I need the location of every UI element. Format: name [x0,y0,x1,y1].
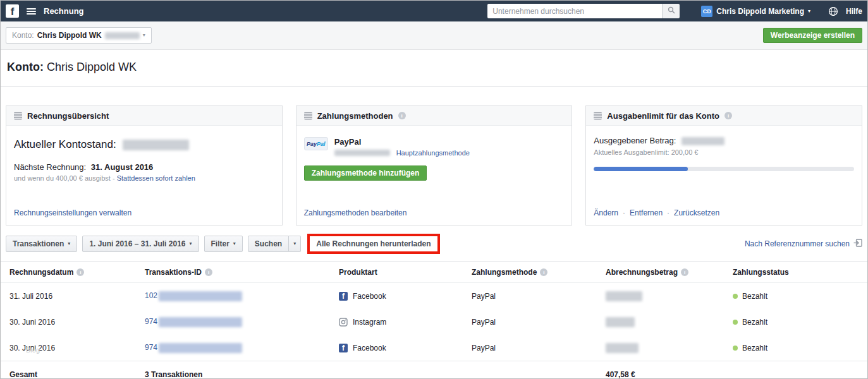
reference-number-search[interactable]: Nach Referenznummer suchen [745,239,862,249]
payment-method-row: PayPal PayPal Hauptzahlungsmethode [304,137,565,157]
table-header-row: Rechnungsdatumi Transaktions-IDi Produkt… [1,262,867,283]
column-header: Zahlungsstatus [733,268,867,277]
spend-limit-header: Ausgabenlimit für das Konto i [586,106,862,126]
payment-methods-header: Zahlungsmethoden i [296,106,572,126]
spend-limit-actions: Ändern Entfernen Zurücksetzen [594,208,719,217]
search-options-caret[interactable]: ▾ [289,236,301,252]
change-limit-link[interactable]: Ändern [594,208,618,217]
table-row: 31. Juli 2016 102 Facebook PayPal Bezahl… [1,283,867,309]
redacted-spent-amount [682,137,724,145]
info-icon[interactable]: i [205,268,212,276]
redacted-transaction-id [159,291,242,301]
hamburger-menu-icon[interactable] [27,7,36,16]
create-ad-button[interactable]: Werbeanzeige erstellen [763,28,862,43]
card-title: Zahlungsmethoden [317,111,393,121]
info-icon[interactable]: i [398,112,406,119]
account-dropdown[interactable]: Konto: Chris Dippold WK ▾ [6,27,152,44]
facebook-icon [339,292,348,301]
reference-search-label: Nach Referenznummer suchen [745,239,850,248]
instagram-icon [339,318,348,327]
paid-dot-icon [733,346,738,351]
page-title-topbar: Rechnung [44,6,84,16]
separator [667,208,669,217]
reset-limit-link[interactable]: Zurücksetzen [674,208,719,217]
help-link[interactable]: Hilfe [846,7,862,16]
current-limit: Aktuelles Ausgabenlimit: 200,00 € [594,148,854,156]
transaction-id-link[interactable]: 102 [145,291,339,301]
facebook-logo-icon[interactable] [6,4,19,18]
download-all-invoices-button[interactable]: Alle Rechnungen herunterladen [316,239,431,248]
payment-status: Bezahlt [733,344,867,352]
info-icon[interactable]: i [540,268,547,276]
search-input[interactable] [487,4,662,18]
transaction-id-link[interactable]: 974 [145,343,339,353]
payment-method: PayPal [472,344,606,352]
info-icon[interactable]: i [681,268,688,276]
payment-status: Bezahlt [733,292,867,301]
column-header: Zahlungsmethodei [472,268,606,277]
column-header: Produktart [339,268,472,277]
business-search [487,4,680,18]
annotation-highlight: Alle Rechnungen herunterladen [307,234,439,254]
payment-status: Bezahlt [733,318,867,327]
summary-cards: Rechnungsübersicht Aktueller Kontostand:… [1,105,867,226]
invoice-date: 31. Juli 2016 [9,292,145,301]
search-button[interactable] [662,4,680,18]
search-split-button: Suchen ▾ [248,236,301,252]
reference-search-icon [853,239,862,249]
chevron-down-icon: ▾ [68,241,70,246]
info-icon[interactable]: i [724,112,732,119]
table-row: 30. Juni 2016 974 Facebook PayPal Bezahl… [1,335,867,361]
redacted-paypal-email [334,150,390,156]
date-range-dropdown[interactable]: 1. Juni 2016 – 31. Juli 2016▾ [82,236,199,252]
billing-amount [606,343,733,353]
info-icon[interactable]: i [76,268,84,276]
transactions-dropdown[interactable]: Transaktionen▾ [6,236,77,252]
billing-amount [606,291,733,301]
paid-dot-icon [733,320,738,325]
invoice-date: 30. Juni 2016 [9,318,145,327]
primary-method-label: Hauptzahlungsmethode [396,149,470,157]
spend-limit-card: Ausgabenlimit für das Konto i Ausgegeben… [585,105,862,226]
chevron-down-icon: ▾ [808,9,810,14]
redacted-amount [606,291,642,301]
redacted-amount [606,343,639,353]
account-dropdown-label: Konto: [12,31,34,40]
spend-progress-bar [594,167,854,171]
add-payment-method-button[interactable]: Zahlungsmethode hinzufügen [304,165,427,181]
transactions-table: Rechnungsdatumi Transaktions-IDi Produkt… [1,262,867,379]
account-selector-bar: Konto: Chris Dippold WK ▾ Werbeanzeige e… [1,21,867,50]
facebook-icon [339,344,348,352]
transaction-id-link[interactable]: 974 [145,317,339,327]
blog-ghost-text: Blog [26,346,40,354]
table-row: 30. Juni 2016 974 Instagram PayPal Bezah… [1,309,867,335]
manage-billing-settings-link[interactable]: Rechnungseinstellungen verwalten [14,208,131,217]
product-type: Facebook [339,292,472,301]
search-icon [668,6,675,16]
account-menu[interactable]: CD Chris Dippold Marketing ▾ [701,6,810,17]
filter-dropdown[interactable]: Filter▾ [204,236,243,252]
redacted-balance [123,140,189,150]
credit-card-icon [304,112,312,120]
redacted-transaction-id [159,343,242,353]
billing-amount [606,317,733,327]
avatar: CD [701,6,712,17]
search-transactions-button[interactable]: Suchen [248,236,289,252]
account-dropdown-value: Chris Dippold WK [37,31,102,40]
billing-threshold: und wenn du 400,00 € ausgibst - Stattdes… [14,174,274,182]
pay-now-link[interactable]: Stattdessen sofort zahlen [117,174,195,182]
billing-overview-card: Rechnungsübersicht Aktueller Kontostand:… [6,105,283,226]
notifications-globe-icon[interactable] [828,6,838,16]
paid-dot-icon [733,294,738,299]
billing-overview-header: Rechnungsübersicht [6,106,282,126]
invoice-icon [14,112,22,120]
transactions-toolbar: Transaktionen▾ 1. Juni 2016 – 31. Juli 2… [1,234,867,254]
column-header: Transaktions-IDi [145,268,339,277]
remove-limit-link[interactable]: Entfernen [630,208,663,217]
billing-page: Rechnung CD Chris Dippold Marketing ▾ Hi… [0,0,868,379]
payment-method: PayPal [472,318,606,327]
redacted-amount [606,317,635,327]
amount-spent: Ausgegebener Betrag: [594,136,854,145]
page-heading-label: Konto: [7,61,44,73]
edit-payment-methods-link[interactable]: Zahlungsmethoden bearbeiten [304,208,407,217]
